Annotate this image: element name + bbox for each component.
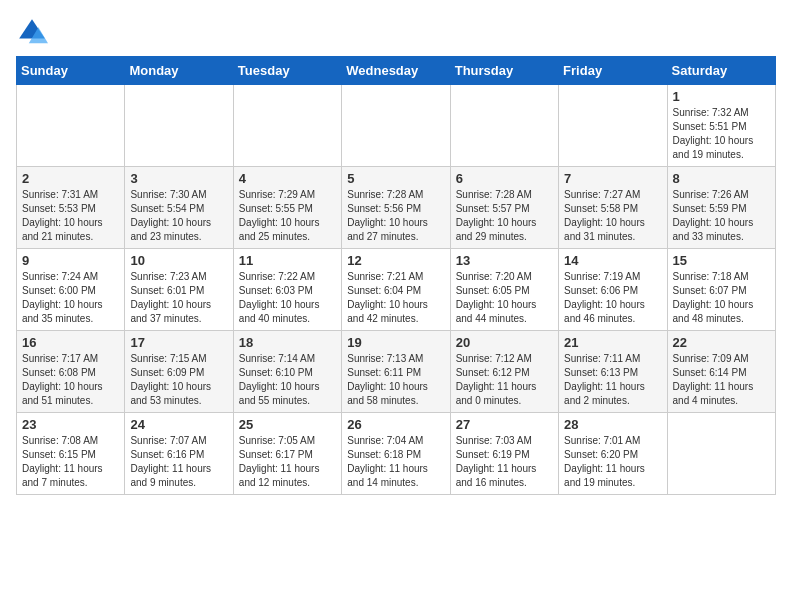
day-info: Sunrise: 7:07 AMSunset: 6:16 PMDaylight:… [130,434,227,490]
day-number: 28 [564,417,661,432]
day-number: 15 [673,253,770,268]
calendar-cell: 1Sunrise: 7:32 AMSunset: 5:51 PMDaylight… [667,85,775,167]
day-info: Sunrise: 7:13 AMSunset: 6:11 PMDaylight:… [347,352,444,408]
logo-icon [16,16,48,48]
calendar-cell [233,85,341,167]
calendar-cell [17,85,125,167]
calendar-cell [342,85,450,167]
calendar-cell: 18Sunrise: 7:14 AMSunset: 6:10 PMDayligh… [233,331,341,413]
calendar-cell: 10Sunrise: 7:23 AMSunset: 6:01 PMDayligh… [125,249,233,331]
day-number: 23 [22,417,119,432]
day-number: 27 [456,417,553,432]
weekday-header: Tuesday [233,57,341,85]
weekday-header-row: SundayMondayTuesdayWednesdayThursdayFrid… [17,57,776,85]
day-number: 2 [22,171,119,186]
weekday-header: Saturday [667,57,775,85]
day-info: Sunrise: 7:20 AMSunset: 6:05 PMDaylight:… [456,270,553,326]
calendar-cell: 24Sunrise: 7:07 AMSunset: 6:16 PMDayligh… [125,413,233,495]
day-info: Sunrise: 7:17 AMSunset: 6:08 PMDaylight:… [22,352,119,408]
weekday-header: Thursday [450,57,558,85]
day-number: 10 [130,253,227,268]
calendar-cell: 20Sunrise: 7:12 AMSunset: 6:12 PMDayligh… [450,331,558,413]
day-number: 7 [564,171,661,186]
calendar-cell [559,85,667,167]
day-number: 16 [22,335,119,350]
day-info: Sunrise: 7:31 AMSunset: 5:53 PMDaylight:… [22,188,119,244]
day-info: Sunrise: 7:28 AMSunset: 5:56 PMDaylight:… [347,188,444,244]
day-info: Sunrise: 7:14 AMSunset: 6:10 PMDaylight:… [239,352,336,408]
day-number: 1 [673,89,770,104]
weekday-header: Monday [125,57,233,85]
day-number: 25 [239,417,336,432]
calendar-week-row: 23Sunrise: 7:08 AMSunset: 6:15 PMDayligh… [17,413,776,495]
day-number: 8 [673,171,770,186]
day-info: Sunrise: 7:18 AMSunset: 6:07 PMDaylight:… [673,270,770,326]
calendar-cell: 14Sunrise: 7:19 AMSunset: 6:06 PMDayligh… [559,249,667,331]
day-number: 20 [456,335,553,350]
calendar-cell: 28Sunrise: 7:01 AMSunset: 6:20 PMDayligh… [559,413,667,495]
calendar-cell [450,85,558,167]
calendar-cell: 23Sunrise: 7:08 AMSunset: 6:15 PMDayligh… [17,413,125,495]
day-number: 19 [347,335,444,350]
day-info: Sunrise: 7:27 AMSunset: 5:58 PMDaylight:… [564,188,661,244]
day-info: Sunrise: 7:28 AMSunset: 5:57 PMDaylight:… [456,188,553,244]
calendar-cell: 13Sunrise: 7:20 AMSunset: 6:05 PMDayligh… [450,249,558,331]
calendar-week-row: 1Sunrise: 7:32 AMSunset: 5:51 PMDaylight… [17,85,776,167]
day-info: Sunrise: 7:12 AMSunset: 6:12 PMDaylight:… [456,352,553,408]
day-info: Sunrise: 7:05 AMSunset: 6:17 PMDaylight:… [239,434,336,490]
day-number: 17 [130,335,227,350]
day-info: Sunrise: 7:30 AMSunset: 5:54 PMDaylight:… [130,188,227,244]
calendar-cell [125,85,233,167]
calendar-cell [667,413,775,495]
calendar-cell: 5Sunrise: 7:28 AMSunset: 5:56 PMDaylight… [342,167,450,249]
calendar-week-row: 9Sunrise: 7:24 AMSunset: 6:00 PMDaylight… [17,249,776,331]
day-number: 12 [347,253,444,268]
day-info: Sunrise: 7:09 AMSunset: 6:14 PMDaylight:… [673,352,770,408]
day-number: 11 [239,253,336,268]
day-info: Sunrise: 7:24 AMSunset: 6:00 PMDaylight:… [22,270,119,326]
day-number: 4 [239,171,336,186]
day-info: Sunrise: 7:04 AMSunset: 6:18 PMDaylight:… [347,434,444,490]
day-number: 5 [347,171,444,186]
calendar-cell: 8Sunrise: 7:26 AMSunset: 5:59 PMDaylight… [667,167,775,249]
day-info: Sunrise: 7:08 AMSunset: 6:15 PMDaylight:… [22,434,119,490]
calendar-table: SundayMondayTuesdayWednesdayThursdayFrid… [16,56,776,495]
day-info: Sunrise: 7:22 AMSunset: 6:03 PMDaylight:… [239,270,336,326]
day-info: Sunrise: 7:29 AMSunset: 5:55 PMDaylight:… [239,188,336,244]
day-info: Sunrise: 7:32 AMSunset: 5:51 PMDaylight:… [673,106,770,162]
calendar-cell: 4Sunrise: 7:29 AMSunset: 5:55 PMDaylight… [233,167,341,249]
weekday-header: Sunday [17,57,125,85]
day-number: 22 [673,335,770,350]
calendar-week-row: 16Sunrise: 7:17 AMSunset: 6:08 PMDayligh… [17,331,776,413]
calendar-cell: 21Sunrise: 7:11 AMSunset: 6:13 PMDayligh… [559,331,667,413]
calendar-cell: 7Sunrise: 7:27 AMSunset: 5:58 PMDaylight… [559,167,667,249]
calendar-cell: 26Sunrise: 7:04 AMSunset: 6:18 PMDayligh… [342,413,450,495]
calendar-cell: 6Sunrise: 7:28 AMSunset: 5:57 PMDaylight… [450,167,558,249]
calendar-cell: 12Sunrise: 7:21 AMSunset: 6:04 PMDayligh… [342,249,450,331]
calendar-cell: 25Sunrise: 7:05 AMSunset: 6:17 PMDayligh… [233,413,341,495]
calendar-cell: 9Sunrise: 7:24 AMSunset: 6:00 PMDaylight… [17,249,125,331]
day-number: 9 [22,253,119,268]
weekday-header: Friday [559,57,667,85]
calendar-cell: 3Sunrise: 7:30 AMSunset: 5:54 PMDaylight… [125,167,233,249]
day-info: Sunrise: 7:23 AMSunset: 6:01 PMDaylight:… [130,270,227,326]
calendar-cell: 27Sunrise: 7:03 AMSunset: 6:19 PMDayligh… [450,413,558,495]
calendar-cell: 17Sunrise: 7:15 AMSunset: 6:09 PMDayligh… [125,331,233,413]
day-info: Sunrise: 7:19 AMSunset: 6:06 PMDaylight:… [564,270,661,326]
day-info: Sunrise: 7:21 AMSunset: 6:04 PMDaylight:… [347,270,444,326]
day-info: Sunrise: 7:01 AMSunset: 6:20 PMDaylight:… [564,434,661,490]
day-number: 13 [456,253,553,268]
day-number: 24 [130,417,227,432]
calendar-cell: 19Sunrise: 7:13 AMSunset: 6:11 PMDayligh… [342,331,450,413]
logo [16,16,52,48]
day-number: 21 [564,335,661,350]
calendar-cell: 11Sunrise: 7:22 AMSunset: 6:03 PMDayligh… [233,249,341,331]
day-info: Sunrise: 7:11 AMSunset: 6:13 PMDaylight:… [564,352,661,408]
calendar-week-row: 2Sunrise: 7:31 AMSunset: 5:53 PMDaylight… [17,167,776,249]
day-info: Sunrise: 7:03 AMSunset: 6:19 PMDaylight:… [456,434,553,490]
day-number: 14 [564,253,661,268]
page-header [16,16,776,48]
calendar-cell: 2Sunrise: 7:31 AMSunset: 5:53 PMDaylight… [17,167,125,249]
calendar-cell: 16Sunrise: 7:17 AMSunset: 6:08 PMDayligh… [17,331,125,413]
day-number: 26 [347,417,444,432]
